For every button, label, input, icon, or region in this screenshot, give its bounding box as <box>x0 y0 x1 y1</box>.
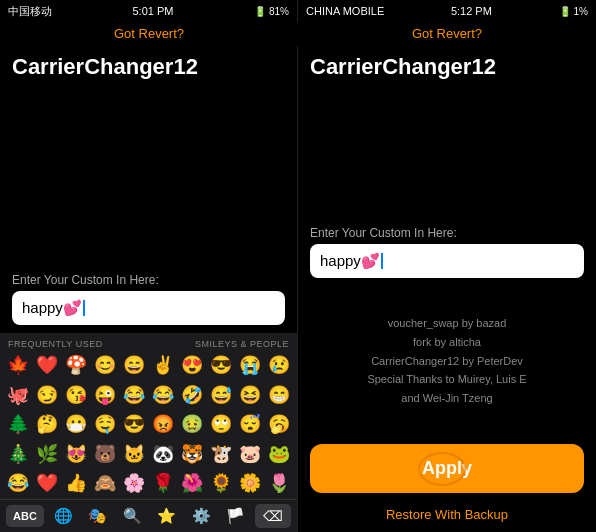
left-got-revert[interactable]: Got Revert? <box>0 22 298 46</box>
keyboard-bottom: ABC 🌐 🎭 🔍 ⭐ ⚙️ 🏳️ ⌫ <box>0 499 297 532</box>
emoji-18[interactable]: 😅 <box>207 383 235 409</box>
emoji-40[interactable]: 🐸 <box>265 442 293 468</box>
restore-link[interactable]: Restore With Backup <box>298 501 596 532</box>
credit-2: fork by alticha <box>367 333 526 352</box>
emoji-4[interactable]: 😊 <box>91 353 119 379</box>
credit-4: Special Thanks to Muirey, Luis E <box>367 370 526 389</box>
right-app-title: CarrierChanger12 <box>298 46 596 84</box>
emoji-26[interactable]: 😡 <box>149 412 177 438</box>
emoji-50[interactable]: 🌷 <box>265 471 293 497</box>
emoji-49[interactable]: 🌼 <box>236 471 264 497</box>
emoji-20[interactable]: 😁 <box>265 383 293 409</box>
emoji-42[interactable]: ❤️ <box>33 471 61 497</box>
emoji-10[interactable]: 😢 <box>265 353 293 379</box>
emoji-5[interactable]: 😄 <box>120 353 148 379</box>
right-input-label: Enter Your Custom In Here: <box>310 226 584 240</box>
left-time: 5:01 PM <box>133 5 174 17</box>
emoji-8[interactable]: 😎 <box>207 353 235 379</box>
left-spacer <box>0 84 297 265</box>
emoji-grid-row4: 🎄 🌿 😻 🐻 🐱 🐼 🐯 🐮 🐷 🐸 <box>0 440 297 470</box>
right-panel: CarrierChanger12 Enter Your Custom In He… <box>298 46 596 532</box>
keyboard-icon-row: 🌐 🎭 🔍 ⭐ ⚙️ 🏳️ <box>50 507 249 525</box>
credits-section: voucher_swap by bazad fork by alticha Ca… <box>298 286 596 436</box>
category-right: SMILEYS & PEOPLE <box>195 339 289 349</box>
emoji-48[interactable]: 🌻 <box>207 471 235 497</box>
right-cursor <box>381 253 383 269</box>
left-carrier: 中国移动 <box>8 4 52 19</box>
emoji-46[interactable]: 🌹 <box>149 471 177 497</box>
sticker-icon[interactable]: 🎭 <box>88 507 107 525</box>
emoji-7[interactable]: 😍 <box>178 353 206 379</box>
right-input-value: happy💕 <box>320 252 380 270</box>
emoji-24[interactable]: 🤤 <box>91 412 119 438</box>
emoji-3[interactable]: 🍄 <box>62 353 90 379</box>
emoji-37[interactable]: 🐯 <box>178 442 206 468</box>
flag-icon[interactable]: 🏳️ <box>226 507 245 525</box>
emoji-35[interactable]: 🐱 <box>120 442 148 468</box>
emoji-27[interactable]: 🤢 <box>178 412 206 438</box>
panels: CarrierChanger12 Enter Your Custom In He… <box>0 46 596 532</box>
delete-button[interactable]: ⌫ <box>255 504 291 528</box>
emoji-30[interactable]: 🥱 <box>265 412 293 438</box>
emoji-13[interactable]: 😘 <box>62 383 90 409</box>
emoji-21[interactable]: 🌲 <box>4 412 32 438</box>
emoji-25[interactable]: 😎 <box>120 412 148 438</box>
emoji-43[interactable]: 👍 <box>62 471 90 497</box>
right-custom-input[interactable]: happy💕 <box>310 244 584 278</box>
emoji-14[interactable]: 😜 <box>91 383 119 409</box>
emoji-11[interactable]: 🐙 <box>4 383 32 409</box>
keyboard-section: FREQUENTLY USED SMILEYS & PEOPLE 🍁 ❤️ 🍄 … <box>0 333 297 532</box>
search-kb-icon[interactable]: 🔍 <box>123 507 142 525</box>
emoji-15[interactable]: 😂 <box>120 383 148 409</box>
emoji-47[interactable]: 🌺 <box>178 471 206 497</box>
left-custom-input[interactable]: happy💕 <box>12 291 285 325</box>
emoji-39[interactable]: 🐷 <box>236 442 264 468</box>
settings-kb-icon[interactable]: ⚙️ <box>192 507 211 525</box>
emoji-9[interactable]: 😭 <box>236 353 264 379</box>
left-status-bar: 中国移动 5:01 PM 🔋 81% <box>0 0 298 22</box>
emoji-34[interactable]: 🐻 <box>91 442 119 468</box>
emoji-1[interactable]: 🍁 <box>4 353 32 379</box>
emoji-29[interactable]: 😴 <box>236 412 264 438</box>
right-got-revert-link[interactable]: Got Revert? <box>412 26 482 41</box>
emoji-grid-row1: 🍁 ❤️ 🍄 😊 😄 ✌️ 😍 😎 😭 😢 <box>0 351 297 381</box>
emoji-switch-icon[interactable]: 🌐 <box>54 507 73 525</box>
right-spacer <box>298 84 596 218</box>
emoji-6[interactable]: ✌️ <box>149 353 177 379</box>
emoji-16[interactable]: 😂 <box>149 383 177 409</box>
emoji-45[interactable]: 🌸 <box>120 471 148 497</box>
emoji-22[interactable]: 🤔 <box>33 412 61 438</box>
restore-label[interactable]: Restore With Backup <box>386 507 508 522</box>
abc-button[interactable]: ABC <box>6 505 44 527</box>
apply-btn-container: Apply <box>298 436 596 501</box>
emoji-28[interactable]: 🙄 <box>207 412 235 438</box>
emoji-12[interactable]: 😏 <box>33 383 61 409</box>
right-battery-icon: 🔋 <box>559 6 571 17</box>
emoji-36[interactable]: 🐼 <box>149 442 177 468</box>
emoji-32[interactable]: 🌿 <box>33 442 61 468</box>
credit-5: and Wei-Jin Tzeng <box>367 389 526 408</box>
credits-text: voucher_swap by bazad fork by alticha Ca… <box>367 314 526 407</box>
right-battery-pct: 1% <box>574 6 588 17</box>
favorite-icon[interactable]: ⭐ <box>157 507 176 525</box>
emoji-38[interactable]: 🐮 <box>207 442 235 468</box>
emoji-23[interactable]: 😷 <box>62 412 90 438</box>
category-left: FREQUENTLY USED <box>8 339 103 349</box>
emoji-41[interactable]: 😂 <box>4 471 32 497</box>
left-input-section: Enter Your Custom In Here: happy💕 <box>0 265 297 333</box>
emoji-grid-row5: 😂 ❤️ 👍 🙈 🌸 🌹 🌺 🌻 🌼 🌷 <box>0 469 297 499</box>
apply-circle-decoration <box>418 452 466 486</box>
credit-3: CarrierChanger12 by PeterDev <box>367 352 526 371</box>
left-status-icons: 🔋 81% <box>254 6 289 17</box>
emoji-44[interactable]: 🙈 <box>91 471 119 497</box>
emoji-31[interactable]: 🎄 <box>4 442 32 468</box>
left-got-revert-link[interactable]: Got Revert? <box>114 26 184 41</box>
emoji-grid-row3: 🌲 🤔 😷 🤤 😎 😡 🤢 🙄 😴 🥱 <box>0 410 297 440</box>
emoji-33[interactable]: 😻 <box>62 442 90 468</box>
emoji-2[interactable]: ❤️ <box>33 353 61 379</box>
apply-button[interactable]: Apply <box>310 444 584 493</box>
emoji-17[interactable]: 🤣 <box>178 383 206 409</box>
emoji-19[interactable]: 😆 <box>236 383 264 409</box>
left-app-title: CarrierChanger12 <box>0 46 297 84</box>
right-got-revert[interactable]: Got Revert? <box>298 22 596 46</box>
